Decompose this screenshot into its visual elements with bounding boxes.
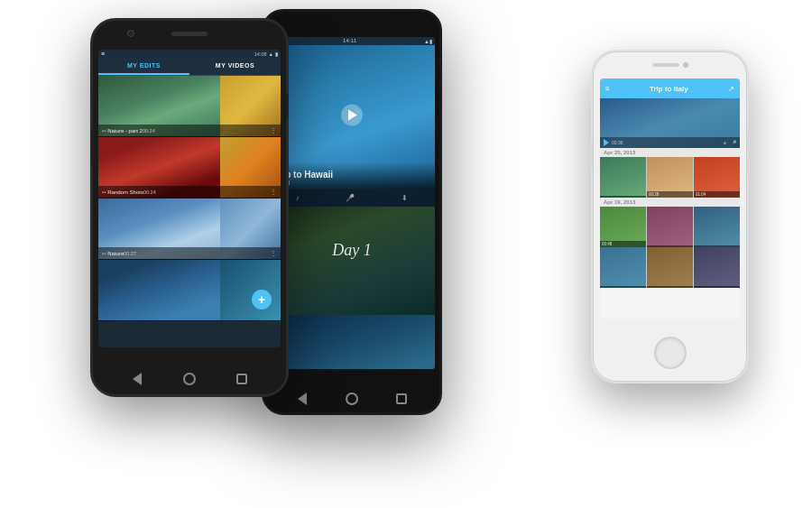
turtle-side-image: [220, 260, 281, 320]
iphone-mic-icon[interactable]: 🎤: [730, 140, 736, 146]
video-duration-3: 00:27: [124, 251, 136, 256]
iphone-share-icon[interactable]: ↗: [728, 85, 734, 93]
iphone-header: ≡ Trip to Italy ↗: [600, 79, 740, 98]
bar-icon-3: ▪▪: [102, 251, 106, 256]
scene: ≡ 14:08 ▲ ▮ MY EDITS MY VIDEOS: [0, 0, 812, 508]
grid-label-landscape: [600, 286, 646, 288]
day1-text: Day 1: [332, 241, 372, 260]
battery-icon: ▮: [275, 51, 278, 57]
grid-item-group[interactable]: [694, 207, 740, 247]
home-button[interactable]: [181, 371, 198, 387]
video-overlay-1: ▪▪ Nature - part 2 00:24 ⋮: [98, 125, 281, 136]
menu-icon: ≡: [101, 51, 105, 57]
media-controls[interactable]: ♪ 🎤 ⬇: [269, 189, 435, 207]
turtle-background: [269, 315, 435, 369]
android-phone-1-screen: ≡ 14:08 ▲ ▮ MY EDITS MY VIDEOS: [98, 50, 281, 347]
more-options-icon-2[interactable]: ⋮: [270, 188, 277, 196]
add-fab-button[interactable]: +: [252, 290, 272, 309]
recent-button-2[interactable]: [393, 391, 410, 407]
iphone-play-icon[interactable]: [604, 139, 609, 146]
video-label-3: ▪▪ Nature: [102, 251, 124, 256]
back-button-2[interactable]: [294, 391, 310, 407]
iphone-camera-area: [652, 62, 688, 68]
grid-item-couple[interactable]: 00:28: [647, 157, 693, 198]
hawaii-title: Trip to Hawaii: [274, 170, 429, 180]
music-icon[interactable]: ♪: [296, 194, 300, 202]
thumb-main-4: [98, 260, 220, 320]
iphone-vol-up: [747, 133, 750, 151]
grid-item-people[interactable]: [647, 207, 693, 247]
status-bar: ≡ 14:08 ▲ ▮: [98, 50, 281, 58]
video-overlay-2: ▪▪ Random Shots 00:24 ⋮: [98, 186, 281, 198]
volume-button: [90, 129, 93, 165]
video-title-3: Nature: [107, 251, 124, 256]
back-button[interactable]: [129, 371, 145, 387]
video-list: ▪▪ Nature - part 2 00:24 ⋮: [98, 76, 281, 321]
tab-my-edits[interactable]: MY EDITS: [98, 58, 189, 75]
iphone-wand-icon[interactable]: ✦: [723, 140, 727, 146]
video-label-1: ▪▪ Nature - part 2: [102, 128, 143, 134]
grid-item-mountain[interactable]: [600, 157, 646, 198]
iphone-control-icons: ✦ 🎤: [723, 140, 736, 146]
grid-item-landscape[interactable]: [600, 247, 646, 288]
bar-icon: ▪▪: [102, 128, 106, 134]
grid-label-couple: 00:28: [647, 191, 693, 198]
iphone-speaker: [652, 63, 679, 67]
grid-label-sunset: 01:04: [694, 191, 740, 198]
iphone-video-controls: 02:36 ✦ 🎤: [600, 137, 740, 148]
recent-button[interactable]: [234, 371, 250, 387]
video-title-1: Nature - part 2: [107, 128, 143, 134]
video-item-4[interactable]: +: [98, 260, 281, 321]
time-display-2: 14:11: [343, 38, 356, 44]
hawaii-video-overlay: Trip to Hawaii 00:13: [269, 162, 435, 189]
day1-background: [269, 207, 435, 315]
video-duration-2: 00:24: [143, 189, 156, 195]
download-icon[interactable]: ⬇: [401, 194, 408, 202]
video-item-3[interactable]: ▪▪ Nature 00:27 ⋮: [98, 199, 281, 260]
iphone-grid-2: 00:48: [600, 207, 740, 247]
time-display: 14:08: [254, 51, 267, 57]
play-button[interactable]: [341, 105, 363, 126]
android-phone-1: ≡ 14:08 ▲ ▮ MY EDITS MY VIDEOS: [90, 18, 289, 397]
android-phone-2-screen: ≡ 14:11 ▲▮ Trip to Hawaii 00:13 ♪ 🎤 ⬇: [269, 37, 435, 369]
grid-item-field[interactable]: 00:48: [600, 207, 646, 247]
home-button-2[interactable]: [344, 391, 360, 407]
turtle-image: [98, 260, 220, 320]
iphone-grid-3: [600, 247, 740, 288]
bottom-nav-bar: [93, 371, 286, 387]
grid-label-field: 00:48: [600, 241, 646, 247]
iphone-header-title: Trip to Italy: [610, 85, 728, 93]
more-options-icon-1[interactable]: ⋮: [270, 126, 277, 134]
speaker-top: [171, 32, 208, 36]
video-item-2[interactable]: ▪▪ Random Shots 00:24 ⋮: [98, 137, 281, 199]
status-bar-2: ≡ 14:11 ▲▮: [269, 37, 435, 45]
iphone-video-duration: 02:36: [612, 140, 623, 145]
iphone-vol-down: [747, 158, 750, 176]
bar-icon-2: ▪▪: [102, 189, 106, 195]
grid-item-city[interactable]: [694, 247, 740, 288]
signal-icons-2: ▲▮: [424, 38, 432, 44]
video-item-1[interactable]: ▪▪ Nature - part 2 00:24 ⋮: [98, 76, 281, 137]
bottom-nav-bar-2: [264, 391, 439, 407]
hawaii-duration: 00:13: [274, 180, 429, 186]
video-duration-1: 00:24: [143, 128, 155, 134]
mic-icon[interactable]: 🎤: [346, 194, 355, 202]
grid-label-mountain: [600, 196, 646, 198]
signal-icons: 14:08 ▲ ▮: [254, 51, 278, 57]
video-overlay-3: ▪▪ Nature 00:27 ⋮: [98, 247, 281, 259]
turtle-section: +: [269, 315, 435, 369]
android-phone-2: ≡ 14:11 ▲▮ Trip to Hawaii 00:13 ♪ 🎤 ⬇: [262, 9, 442, 415]
grid-item-sunset[interactable]: 01:04: [694, 157, 740, 198]
tabs-bar[interactable]: MY EDITS MY VIDEOS: [98, 58, 281, 76]
section-label-1: Apr 25, 2013: [600, 148, 740, 157]
iphone-home-button[interactable]: [654, 337, 687, 369]
thumb-side-4: [220, 260, 281, 320]
iphone-power: [590, 142, 593, 169]
iphone-screen: ≡ Trip to Italy ↗ 02:36 ✦ 🎤 Apr 25, 2013: [600, 79, 740, 319]
tab-my-videos[interactable]: MY VIDEOS: [189, 58, 281, 75]
video-title-2: Random Shots: [107, 189, 143, 195]
more-options-icon-3[interactable]: ⋮: [270, 249, 277, 257]
section-label-2: Apr 19, 2013: [600, 198, 740, 207]
grid-item-cafe[interactable]: [647, 247, 693, 288]
wifi-icon: ▲: [269, 51, 273, 57]
